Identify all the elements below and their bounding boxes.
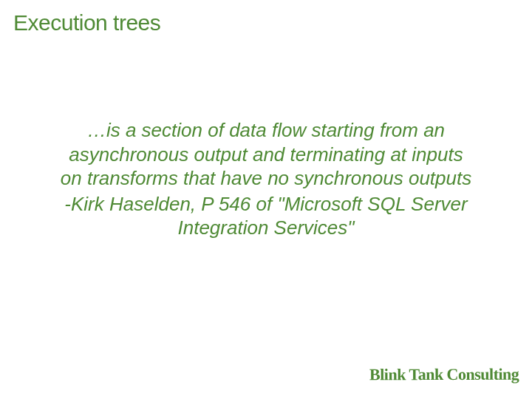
slide-title: Execution trees xyxy=(13,10,160,35)
footer-logo: Blink Tank Consulting xyxy=(369,365,519,385)
quote-attribution: -Kirk Haselden, P 546 of "Microsoft SQL … xyxy=(18,192,514,240)
quote-text: …is a section of data flow starting from… xyxy=(18,118,514,191)
slide-body: …is a section of data flow starting from… xyxy=(18,118,514,240)
slide: Execution trees …is a section of data fl… xyxy=(0,0,532,399)
